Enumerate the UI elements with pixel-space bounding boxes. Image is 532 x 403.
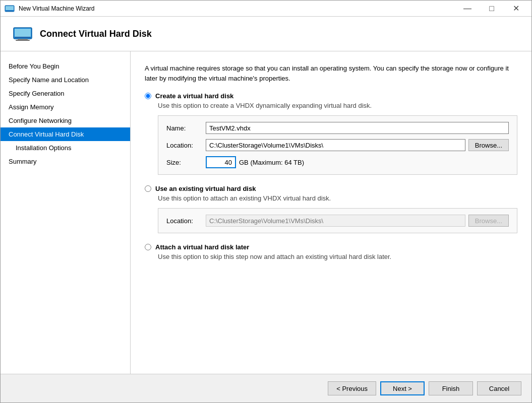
browse-button-2[interactable]: Browse...: [468, 215, 509, 227]
size-row: Size: GB (Maximum: 64 TB): [166, 156, 509, 168]
svg-rect-5: [15, 37, 31, 38]
header-icon: [13, 26, 33, 42]
previous-button[interactable]: < Previous: [328, 381, 376, 395]
svg-rect-6: [18, 39, 28, 40]
option2-group: Use an existing virtual hard disk Use th…: [145, 185, 517, 233]
window-icon: [5, 5, 15, 13]
location-row-2: Location: Browse...: [166, 215, 509, 227]
location-label-2: Location:: [166, 217, 206, 225]
svg-rect-1: [6, 6, 14, 10]
browse-button-1[interactable]: Browse...: [468, 139, 509, 151]
svg-rect-4: [15, 29, 31, 37]
main-window: New Virtual Machine Wizard — □ ✕ Connect…: [0, 0, 532, 403]
option2-label: Use an existing virtual hard disk: [155, 185, 256, 192]
option1-label: Create a virtual hard disk: [155, 92, 233, 100]
sidebar-item-assign-memory[interactable]: Assign Memory: [1, 100, 130, 114]
name-input[interactable]: [206, 122, 509, 134]
option3-radio-label[interactable]: Attach a virtual hard disk later: [145, 243, 517, 251]
description-text: A virtual machine requires storage so th…: [145, 63, 517, 83]
option3-group: Attach a virtual hard disk later Use thi…: [145, 243, 517, 260]
header: Connect Virtual Hard Disk: [1, 17, 531, 51]
size-suffix: GB (Maximum: 64 TB): [239, 159, 304, 166]
sidebar-item-connect-vhd[interactable]: Connect Virtual Hard Disk: [1, 127, 130, 141]
sidebar-item-configure-networking[interactable]: Configure Networking: [1, 114, 130, 127]
close-button[interactable]: ✕: [504, 1, 527, 17]
option1-radio-label[interactable]: Create a virtual hard disk: [145, 92, 517, 100]
sidebar-item-before-you-begin[interactable]: Before You Begin: [1, 59, 130, 73]
footer: < Previous Next > Finish Cancel: [1, 374, 531, 402]
size-input-group: GB (Maximum: 64 TB): [206, 156, 304, 168]
finish-button[interactable]: Finish: [429, 381, 473, 395]
location-label-1: Location:: [166, 142, 206, 149]
content-area: A virtual machine requires storage so th…: [131, 51, 531, 374]
option3-description: Use this option to skip this step now an…: [158, 253, 517, 260]
size-input[interactable]: [206, 156, 236, 168]
option2-radio[interactable]: [145, 185, 151, 192]
svg-rect-7: [16, 40, 30, 41]
cancel-button[interactable]: Cancel: [477, 381, 521, 395]
option3-label: Attach a virtual hard disk later: [155, 243, 249, 251]
option3-radio[interactable]: [145, 244, 151, 250]
option2-description: Use this option to attach an existing VH…: [158, 194, 517, 202]
option1-radio[interactable]: [145, 93, 151, 99]
option1-description: Use this option to create a VHDX dynamic…: [158, 102, 517, 109]
option1-group: Create a virtual hard disk Use this opti…: [145, 92, 517, 175]
minimize-button[interactable]: —: [456, 1, 479, 17]
svg-rect-2: [6, 11, 13, 11]
location-input-1[interactable]: [206, 139, 465, 151]
name-label: Name:: [166, 124, 206, 132]
sidebar-item-specify-generation[interactable]: Specify Generation: [1, 87, 130, 100]
main-content: Before You Begin Specify Name and Locati…: [1, 51, 531, 374]
sidebar-item-specify-name[interactable]: Specify Name and Location: [1, 73, 130, 87]
window-title: New Virtual Machine Wizard: [19, 5, 456, 12]
name-row: Name:: [166, 122, 509, 134]
window-controls: — □ ✕: [456, 1, 527, 17]
sidebar-item-installation-options[interactable]: Installation Options: [1, 141, 130, 155]
location-input-2[interactable]: [206, 215, 465, 227]
next-button[interactable]: Next >: [380, 381, 425, 395]
header-title: Connect Virtual Hard Disk: [40, 29, 152, 39]
maximize-button[interactable]: □: [480, 1, 503, 17]
location-row-1: Location: Browse...: [166, 139, 509, 151]
size-label: Size:: [166, 159, 206, 166]
sidebar-item-summary[interactable]: Summary: [1, 155, 130, 168]
option2-radio-label[interactable]: Use an existing virtual hard disk: [145, 185, 517, 192]
option1-form: Name: Location: Browse... Size:: [158, 115, 517, 175]
option2-form: Location: Browse...: [158, 208, 517, 233]
title-bar: New Virtual Machine Wizard — □ ✕: [1, 1, 531, 17]
sidebar: Before You Begin Specify Name and Locati…: [1, 51, 131, 374]
